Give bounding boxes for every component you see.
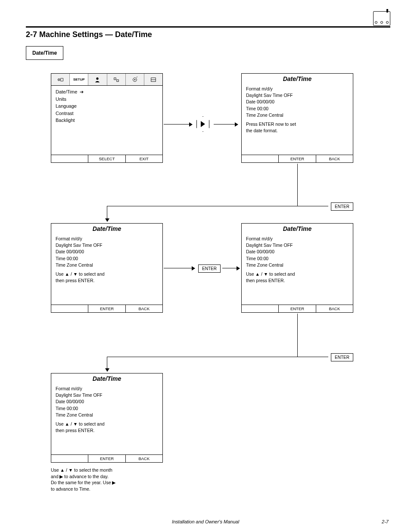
row-timezone: Time Zone Central	[246, 112, 349, 118]
menu-label: Date/Time	[56, 88, 77, 96]
row-time: Time 00:00	[56, 405, 158, 412]
row-format: Format m/d/y	[246, 236, 349, 242]
screen-datetime-dst-select: Date/Time Format m/d/y Daylight Sav Time…	[241, 223, 353, 313]
row-dst: Daylight Sav Time OFF	[56, 392, 158, 398]
softkey-select[interactable]: SELECT	[88, 155, 125, 162]
tab-setup-icon[interactable]: SETUP	[70, 74, 88, 85]
screen-datetime-initial: Date/Time Format m/d/y Daylight Sav Time…	[241, 73, 353, 163]
svg-point-7	[134, 79, 135, 80]
hint-line: the date format.	[246, 128, 349, 134]
softkey-left[interactable]	[51, 305, 88, 312]
setup-menu-list: Date/Time ➔ Units Language Contrast Back…	[51, 86, 162, 127]
row-timezone: Time Zone Central	[246, 262, 349, 268]
tab-target-icon[interactable]	[126, 74, 144, 85]
tab-locate-icon[interactable]	[107, 74, 126, 85]
note-line: to advance to Time.	[51, 486, 171, 492]
page-footer-title: Installation and Owner's Manual	[0, 519, 411, 524]
note-line: Do the same for the year. Use ▶	[51, 479, 171, 486]
menu-item-backlight[interactable]: Backlight	[56, 117, 158, 124]
hint-line: Use ▲ / ▼ to select and	[56, 421, 158, 427]
enter-key-label: ENTER	[331, 202, 353, 211]
menu-item-contrast[interactable]: Contrast	[56, 110, 158, 117]
hint-line: Use ▲ / ▼ to select and	[56, 271, 158, 277]
flow-arrow	[107, 357, 107, 371]
menu-item-language[interactable]: Language	[56, 103, 158, 110]
screen-datetime-format-select: Date/Time Format m/d/y Daylight Sav Time…	[51, 223, 163, 313]
header-bar	[26, 0, 390, 28]
softkey-back[interactable]: BACK	[126, 305, 162, 312]
softkey-left[interactable]	[51, 455, 88, 462]
softkey-bar: SELECT EXIT	[51, 155, 162, 162]
softkey-left[interactable]	[242, 305, 278, 312]
menu-label: Units	[56, 96, 66, 103]
hint-line: Press ENTER now to set	[246, 121, 349, 128]
softkey-bar: ENTER BACK	[242, 155, 353, 162]
flow-connector	[297, 164, 298, 206]
row-format: Format m/d/y	[246, 86, 349, 92]
instruction-note: Use ▲ / ▼ to select the month and ▶ to a…	[51, 467, 171, 492]
menu-item-datetime[interactable]: Date/Time ➔	[56, 88, 158, 96]
softkey-enter[interactable]: ENTER	[88, 455, 125, 462]
hint-line: then press ENTER.	[56, 277, 158, 284]
softkey-bar: ENTER BACK	[51, 454, 162, 462]
tab-setup-label: SETUP	[73, 78, 85, 81]
section-heading: 2-7 Machine Settings — Date/Time	[26, 30, 152, 39]
row-date: Date 00/00/00	[56, 249, 158, 255]
screen-datetime-date-select: Date/Time Format m/d/y Daylight Sav Time…	[51, 373, 163, 463]
note-line: Use ▲ / ▼ to select the month	[51, 467, 171, 473]
screen-title: Date/Time	[51, 373, 162, 383]
enter-key-label: ENTER	[198, 264, 221, 273]
row-format: Format m/d/y	[56, 386, 158, 392]
row-format: Format m/d/y	[56, 236, 158, 242]
softkey-back[interactable]: BACK	[316, 155, 353, 162]
hint-line: then press ENTER.	[56, 427, 158, 434]
menu-item-units[interactable]: Units	[56, 96, 158, 103]
product-badge-icon	[373, 11, 390, 26]
softkey-back[interactable]: BACK	[316, 305, 353, 312]
flow-arrow	[107, 206, 107, 221]
softkey-enter[interactable]: ENTER	[88, 305, 125, 312]
svg-rect-2	[61, 78, 63, 81]
softkey-left[interactable]	[51, 155, 88, 162]
flow-connector	[297, 314, 298, 357]
row-time: Time 00:00	[56, 255, 158, 262]
row-date: Date 00/00/00	[246, 99, 349, 105]
softkey-enter[interactable]: ENTER	[278, 305, 316, 312]
row-time: Time 00:00	[246, 106, 349, 112]
tab-user-icon[interactable]	[88, 74, 107, 85]
screen-body: Format m/d/y Daylight Sav Time OFF Date …	[242, 83, 353, 137]
svg-point-3	[97, 77, 99, 79]
flow-connector	[107, 206, 328, 206]
screen-body: Format m/d/y Daylight Sav Time OFF Date …	[51, 383, 162, 437]
screen-title: Date/Time	[242, 224, 353, 233]
flow-connector	[107, 357, 328, 357]
page-number: 2-7	[382, 519, 389, 524]
svg-rect-4	[114, 78, 115, 79]
softkey-enter[interactable]: ENTER	[278, 155, 316, 162]
softkey-bar: ENTER BACK	[51, 305, 162, 312]
row-dst: Daylight Sav Time OFF	[246, 92, 349, 99]
tab-frame-icon[interactable]	[144, 74, 162, 85]
screen-body: Format m/d/y Daylight Sav Time OFF Date …	[242, 233, 353, 287]
row-date: Date 00/00/00	[56, 398, 158, 405]
row-timezone: Time Zone Central	[56, 412, 158, 418]
screen-body: Format m/d/y Daylight Sav Time OFF Date …	[51, 233, 162, 287]
screen-title: Date/Time	[242, 74, 353, 83]
svg-point-1	[59, 79, 59, 80]
row-time: Time 00:00	[246, 255, 349, 262]
right-arrow-icon: ➔	[80, 88, 84, 96]
flow-arrow	[222, 268, 240, 268]
play-button-icon[interactable]	[196, 116, 209, 132]
svg-line-8	[136, 77, 137, 78]
softkey-back[interactable]: BACK	[126, 455, 162, 462]
tab-display-icon[interactable]	[51, 74, 70, 85]
menu-label: Backlight	[56, 117, 75, 124]
svg-rect-5	[116, 80, 118, 81]
row-dst: Daylight Sav Time OFF	[56, 242, 158, 249]
softkey-left[interactable]	[242, 155, 278, 162]
topic-label-box: Date/Time	[26, 46, 63, 60]
softkey-exit[interactable]: EXIT	[126, 155, 162, 162]
screen-title: Date/Time	[51, 224, 162, 233]
row-date: Date 00/00/00	[246, 249, 349, 255]
flow-arrow	[164, 124, 192, 124]
